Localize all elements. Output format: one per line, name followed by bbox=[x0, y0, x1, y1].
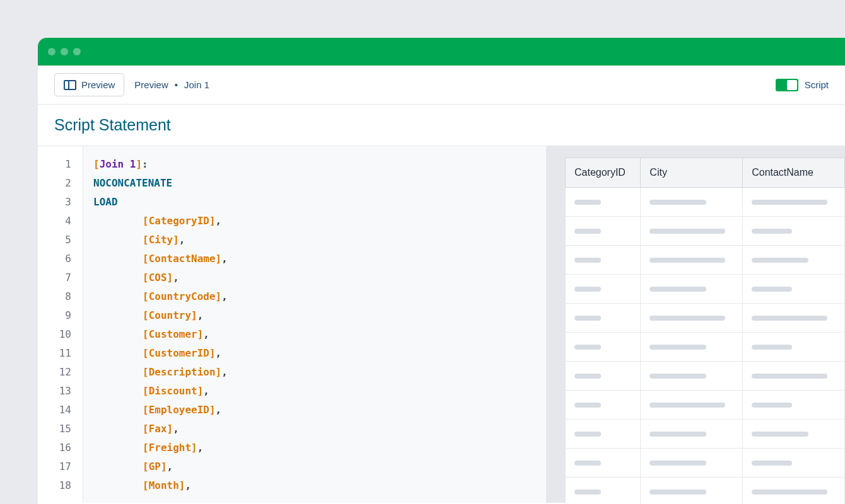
loading-placeholder bbox=[574, 432, 601, 437]
code-line: [Country], bbox=[93, 306, 536, 325]
breadcrumb-separator: • bbox=[175, 79, 178, 90]
code-editor[interactable]: [Join 1]:NOCONCATENATELOAD[CategoryID],[… bbox=[83, 146, 546, 503]
code-line: [CustomerID], bbox=[93, 344, 536, 363]
loading-placeholder bbox=[650, 200, 706, 205]
token-field: [Freight] bbox=[143, 442, 197, 454]
loading-placeholder bbox=[650, 403, 725, 408]
loading-placeholder bbox=[752, 316, 827, 321]
token-text: : bbox=[142, 158, 148, 170]
token-field: [Fax] bbox=[143, 423, 173, 435]
token-comma: , bbox=[221, 290, 228, 302]
table-cell bbox=[566, 275, 641, 304]
table-row[interactable] bbox=[566, 333, 845, 362]
table-row[interactable] bbox=[566, 275, 845, 304]
table-cell bbox=[566, 304, 641, 333]
token-keyword: LOAD bbox=[93, 196, 118, 208]
loading-placeholder bbox=[752, 461, 792, 466]
token-field: [Country] bbox=[143, 309, 197, 321]
table-cell bbox=[641, 449, 743, 478]
loading-placeholder bbox=[574, 461, 601, 466]
token-comma: , bbox=[185, 479, 191, 491]
token-field: [Description] bbox=[143, 366, 221, 378]
toolbar-right: Script bbox=[776, 79, 829, 91]
table-row[interactable] bbox=[566, 391, 845, 420]
table-row[interactable] bbox=[566, 217, 845, 246]
line-number: 17 bbox=[38, 457, 83, 476]
script-toggle[interactable] bbox=[776, 79, 798, 91]
table-row[interactable] bbox=[566, 188, 845, 217]
table-row[interactable] bbox=[566, 246, 845, 275]
loading-placeholder bbox=[574, 200, 601, 205]
column-header[interactable]: City bbox=[641, 158, 743, 188]
loading-placeholder bbox=[574, 229, 601, 234]
table-row[interactable] bbox=[566, 304, 845, 333]
token-comma: , bbox=[179, 234, 185, 246]
code-line: [Fax], bbox=[93, 420, 536, 438]
table-cell bbox=[566, 188, 641, 217]
window-controls bbox=[48, 48, 81, 55]
code-line: [Freight], bbox=[93, 438, 536, 457]
loading-placeholder bbox=[752, 229, 792, 234]
maximize-window-button[interactable] bbox=[73, 48, 81, 55]
table-cell bbox=[566, 391, 641, 420]
loading-placeholder bbox=[752, 432, 808, 437]
token-comma: , bbox=[203, 328, 209, 340]
token-field: [ContactName] bbox=[143, 253, 221, 265]
line-number: 3 bbox=[38, 193, 83, 212]
table-row[interactable] bbox=[566, 478, 845, 505]
breadcrumb-item[interactable]: Preview bbox=[134, 79, 168, 90]
loading-placeholder bbox=[650, 316, 725, 321]
code-line: [Month], bbox=[93, 476, 536, 495]
loading-placeholder bbox=[752, 490, 827, 495]
table-row[interactable] bbox=[566, 449, 845, 478]
loading-placeholder bbox=[752, 345, 792, 350]
code-line: [EmployeeID], bbox=[93, 401, 536, 420]
table-cell bbox=[641, 333, 743, 362]
line-number: 7 bbox=[38, 268, 83, 287]
loading-placeholder bbox=[650, 229, 725, 234]
line-number: 2 bbox=[38, 174, 83, 193]
token-field: [CountryCode] bbox=[143, 290, 221, 302]
table-row[interactable] bbox=[566, 420, 845, 449]
line-number: 9 bbox=[38, 306, 83, 325]
loading-placeholder bbox=[574, 345, 601, 350]
line-number: 18 bbox=[38, 476, 83, 495]
table-cell bbox=[641, 478, 743, 505]
breadcrumb: Preview • Join 1 bbox=[134, 79, 209, 90]
code-line: [COS], bbox=[93, 268, 536, 287]
script-toggle-label: Script bbox=[805, 79, 829, 90]
loading-placeholder bbox=[650, 345, 706, 350]
loading-placeholder bbox=[752, 403, 792, 408]
column-header[interactable]: CategoryID bbox=[566, 158, 641, 188]
preview-button-label: Preview bbox=[81, 79, 115, 90]
loading-placeholder bbox=[574, 490, 601, 495]
column-header[interactable]: ContactName bbox=[743, 158, 845, 188]
table-cell bbox=[743, 333, 845, 362]
loading-placeholder bbox=[752, 258, 808, 263]
data-preview-table: CategoryIDCityContactName bbox=[565, 158, 845, 504]
line-number: 6 bbox=[38, 249, 83, 268]
token-comma: , bbox=[216, 215, 222, 227]
panel-layout-icon bbox=[64, 80, 76, 90]
token-comma: , bbox=[173, 423, 179, 435]
table-cell bbox=[566, 246, 641, 275]
breadcrumb-item[interactable]: Join 1 bbox=[184, 79, 209, 90]
table-cell bbox=[566, 333, 641, 362]
token-comma: , bbox=[221, 253, 228, 265]
app-window: Preview Preview • Join 1 Script Script S… bbox=[38, 38, 845, 504]
minimize-window-button[interactable] bbox=[61, 48, 68, 55]
preview-button[interactable]: Preview bbox=[54, 73, 124, 96]
token-comma: , bbox=[173, 272, 179, 284]
code-line: [CountryCode], bbox=[93, 287, 536, 306]
loading-placeholder bbox=[574, 403, 601, 408]
table-row[interactable] bbox=[566, 362, 845, 391]
line-number-gutter: 123456789101112131415161718 bbox=[38, 146, 83, 503]
section-title: Script Statement bbox=[54, 116, 829, 134]
token-comma: , bbox=[167, 461, 173, 472]
line-number: 11 bbox=[38, 344, 83, 363]
loading-placeholder bbox=[574, 374, 601, 379]
table-cell bbox=[743, 449, 845, 478]
line-number: 12 bbox=[38, 363, 83, 382]
table-cell bbox=[641, 217, 743, 246]
close-window-button[interactable] bbox=[48, 48, 55, 55]
